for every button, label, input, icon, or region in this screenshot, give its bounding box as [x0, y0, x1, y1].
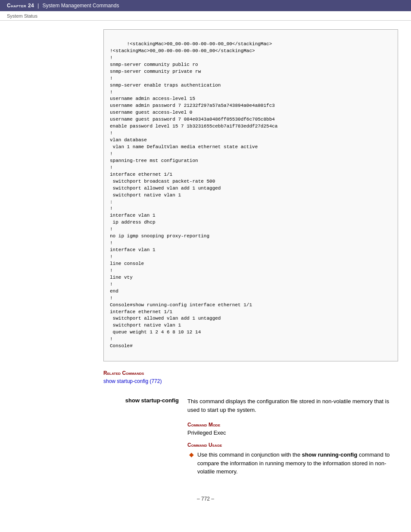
- command-body-startup-config: This command displays the configuration …: [187, 397, 398, 479]
- command-description-startup-config: This command displays the configuration …: [187, 397, 398, 414]
- usage-text-0: Use this command in conjunction with the…: [197, 451, 398, 476]
- page-content: !<stackingMac>00_00-00-00-00-00-00_00</s…: [0, 21, 411, 519]
- usage-bold-0: show running-config: [302, 451, 358, 458]
- page-number: – 772 –: [197, 496, 214, 502]
- code-text: !<stackingMac>00_00-00-00-00-00-00_00</s…: [110, 41, 277, 348]
- header-subtitle: System Status: [7, 13, 37, 19]
- usage-list: ◆ Use this command in conjunction with t…: [187, 451, 398, 476]
- related-commands-label: Related Commands: [103, 370, 398, 376]
- command-mode-value: Privileged Exec: [187, 429, 398, 436]
- usage-item-0: ◆ Use this command in conjunction with t…: [187, 451, 398, 476]
- command-name-startup-config: show startup-config: [103, 397, 179, 479]
- command-mode-label: Command Mode: [187, 422, 398, 428]
- command-usage-label: Command Usage: [187, 442, 398, 448]
- header-separator: |: [37, 3, 39, 9]
- main-area: !<stackingMac>00_00-00-00-00-00-00_00</s…: [103, 29, 398, 479]
- header-title: System Management Commands: [42, 3, 119, 9]
- code-block: !<stackingMac>00_00-00-00-00-00-00_00</s…: [103, 29, 398, 361]
- header-bar: Chapter 24 | System Management Commands: [0, 0, 411, 11]
- related-link-startup-config[interactable]: show startup-config (772): [103, 378, 162, 384]
- page-footer: – 772 –: [0, 496, 411, 510]
- command-entry-startup-config: show startup-config This command display…: [103, 397, 398, 479]
- chapter-label: Chapter 24: [7, 3, 34, 9]
- bullet-diamond-icon: ◆: [189, 451, 194, 476]
- related-commands-section: Related Commands show startup-config (77…: [103, 370, 398, 384]
